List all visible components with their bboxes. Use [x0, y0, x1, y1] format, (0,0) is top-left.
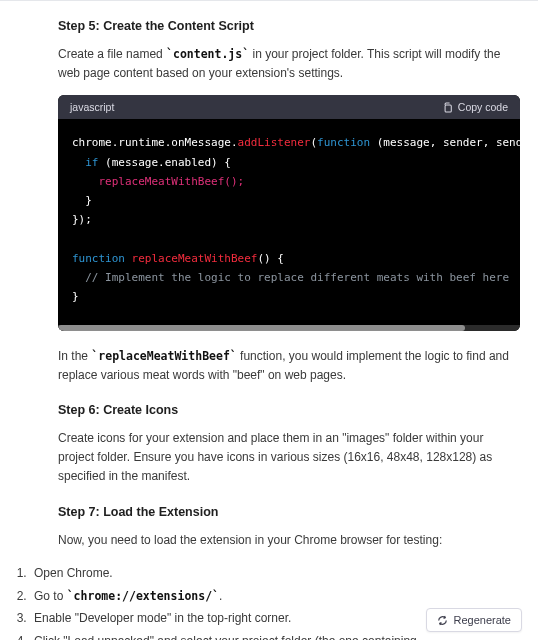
inline-code: `replaceMeatWithBeef`: [91, 349, 236, 363]
inline-code: `chrome://extensions/`: [67, 589, 219, 603]
code-language-label: javascript: [70, 101, 114, 113]
text-segment: Create a file named: [58, 47, 166, 61]
scrollbar-thumb[interactable]: [58, 325, 465, 331]
code-body[interactable]: chrome.runtime.onMessage.addListener(fun…: [58, 119, 520, 324]
text-segment: .: [219, 589, 222, 603]
list-item: Open Chrome.: [30, 562, 520, 585]
code-header: javascript Copy code: [58, 95, 520, 119]
clipboard-icon: [442, 102, 453, 113]
refresh-icon: [437, 615, 448, 626]
code-content: chrome.runtime.onMessage.addListener(fun…: [72, 133, 506, 306]
step6-body: Create icons for your extension and plac…: [58, 429, 520, 487]
copy-code-label: Copy code: [458, 101, 508, 113]
step5-outro: In the `replaceMeatWithBeef` function, y…: [58, 347, 520, 385]
text-segment: Click "Load unpacked" and select your pr…: [34, 634, 417, 640]
copy-code-button[interactable]: Copy code: [442, 101, 508, 113]
regenerate-label: Regenerate: [454, 614, 512, 626]
step7-heading: Step 7: Load the Extension: [58, 505, 520, 519]
list-item: Go to `chrome://extensions/`.: [30, 585, 520, 608]
inline-code: `content.js`: [166, 47, 249, 61]
code-block: javascript Copy code chrome.runtime.onMe…: [58, 95, 520, 330]
text-segment: Go to: [34, 589, 67, 603]
step7-intro: Now, you need to load the extension in y…: [58, 531, 520, 550]
step5-heading: Step 5: Create the Content Script: [58, 19, 520, 33]
text-segment: In the: [58, 349, 91, 363]
regenerate-button[interactable]: Regenerate: [426, 608, 523, 632]
step5-intro: Create a file named `content.js` in your…: [58, 45, 520, 83]
horizontal-scrollbar[interactable]: [58, 325, 520, 331]
svg-rect-0: [445, 105, 451, 112]
step6-heading: Step 6: Create Icons: [58, 403, 520, 417]
